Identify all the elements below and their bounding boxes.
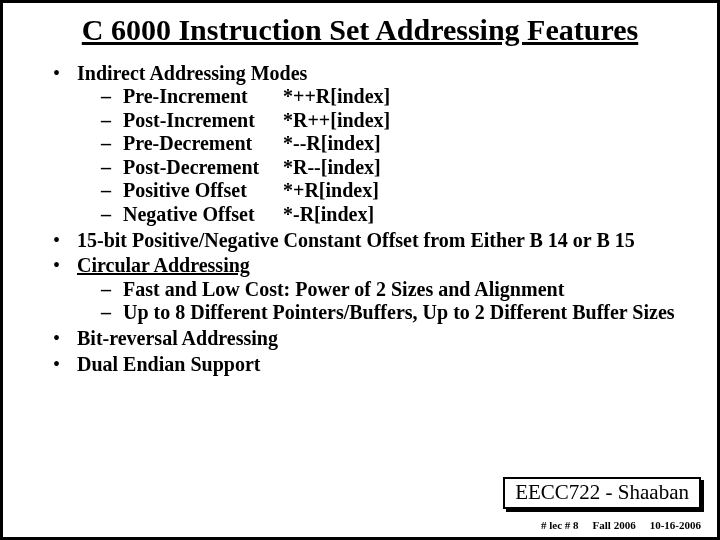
footer-course-box: EECC722 - Shaaban [503, 477, 701, 509]
bullet-constant-offset: 15-bit Positive/Negative Constant Offset… [53, 229, 689, 253]
mode-name: Positive Offset [123, 179, 283, 203]
mode-name: Negative Offset [123, 203, 283, 227]
slide-body: Indirect Addressing Modes Pre-Increment*… [3, 54, 717, 377]
bullet-dual-endian: Dual Endian Support [53, 353, 689, 377]
bullet-head: Indirect Addressing Modes [77, 62, 307, 84]
mode-expr: *-R[index] [283, 203, 374, 227]
slide-title: C 6000 Instruction Set Addressing Featur… [3, 3, 717, 54]
footer-line: # lec # 8 Fall 2006 10-16-2006 [541, 519, 701, 531]
mode-expr: *+R[index] [283, 179, 379, 203]
sub-pointers-buffers: Up to 8 Different Pointers/Buffers, Up t… [101, 301, 689, 325]
mode-post-increment: Post-Increment*R++[index] [101, 109, 689, 133]
mode-negative-offset: Negative Offset*-R[index] [101, 203, 689, 227]
footer-lec: # lec # 8 [541, 519, 579, 531]
mode-pre-increment: Pre-Increment*++R[index] [101, 85, 689, 109]
bullet-list: Indirect Addressing Modes Pre-Increment*… [53, 62, 689, 377]
mode-name: Pre-Decrement [123, 132, 283, 156]
sub-text: Fast and Low Cost: Power of 2 Sizes and … [123, 278, 564, 300]
bullet-circular-addressing: Circular Addressing Fast and Low Cost: P… [53, 254, 689, 325]
bullet-text: Dual Endian Support [77, 353, 260, 375]
bullet-indirect-addressing: Indirect Addressing Modes Pre-Increment*… [53, 62, 689, 227]
mode-name: Post-Increment [123, 109, 283, 133]
mode-expr: *R++[index] [283, 109, 390, 133]
mode-expr: *R--[index] [283, 156, 381, 180]
bullet-head: Circular Addressing [77, 254, 250, 276]
bullet-bit-reversal: Bit-reversal Addressing [53, 327, 689, 351]
footer-date: 10-16-2006 [650, 519, 701, 531]
mode-expr: *++R[index] [283, 85, 390, 109]
circular-sublist: Fast and Low Cost: Power of 2 Sizes and … [77, 278, 689, 325]
mode-positive-offset: Positive Offset*+R[index] [101, 179, 689, 203]
bullet-text: 15-bit Positive/Negative Constant Offset… [77, 229, 635, 251]
mode-post-decrement: Post-Decrement*R--[index] [101, 156, 689, 180]
mode-name: Post-Decrement [123, 156, 283, 180]
slide: C 6000 Instruction Set Addressing Featur… [0, 0, 720, 540]
bullet-text: Bit-reversal Addressing [77, 327, 278, 349]
footer-term: Fall 2006 [593, 519, 636, 531]
sub-text: Up to 8 Different Pointers/Buffers, Up t… [123, 301, 675, 323]
mode-expr: *--R[index] [283, 132, 381, 156]
mode-list: Pre-Increment*++R[index] Post-Increment*… [77, 85, 689, 227]
mode-pre-decrement: Pre-Decrement*--R[index] [101, 132, 689, 156]
mode-name: Pre-Increment [123, 85, 283, 109]
sub-fast-low-cost: Fast and Low Cost: Power of 2 Sizes and … [101, 278, 689, 302]
